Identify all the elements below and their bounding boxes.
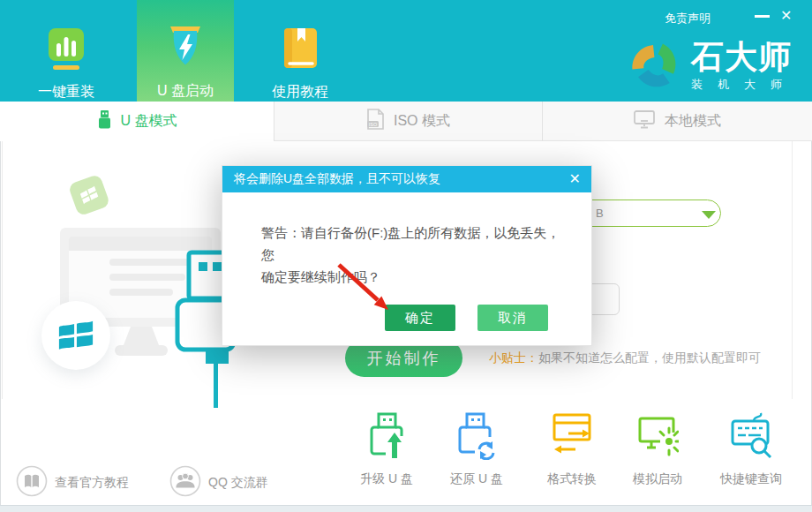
tool-label: 还原 U 盘: [432, 471, 521, 487]
windows-tile-decoration: [68, 174, 111, 217]
monitor-base: [115, 345, 168, 356]
dialog-message-line2: 确定要继续制作吗？: [261, 266, 570, 288]
tab-label: ISO 模式: [394, 112, 450, 131]
brand-name: 石大师: [691, 40, 797, 75]
dialog-message-line1: 警告：请自行备份(F:)盘上的所有数据，以免丢失，您: [261, 222, 570, 266]
nav-item-usb-boot[interactable]: U 盘启动: [137, 0, 234, 102]
book-icon: [280, 27, 320, 75]
nav-item-label: U 盘启动: [157, 82, 214, 101]
nav-item-tutorial[interactable]: 使用教程: [252, 0, 349, 102]
tool-label: 升级 U 盘: [342, 471, 431, 487]
bar-chart-icon: [46, 27, 86, 75]
tool-upgrade-usb[interactable]: 升级 U 盘: [342, 412, 431, 487]
dialog-title: 将会删除U盘全部数据，且不可以恢复: [234, 171, 440, 187]
mode-tabbar: U 盘模式 ISO ISO 模式 本地模式: [0, 102, 812, 141]
shield-bolt-icon: [165, 25, 206, 74]
confirm-button[interactable]: 确定: [385, 305, 455, 331]
tip-line: 小贴士：如果不知道怎么配置，使用默认配置即可: [489, 350, 761, 366]
user-group-icon: [169, 465, 201, 501]
dialog-titlebar: 将会删除U盘全部数据，且不可以恢复 ✕: [222, 166, 591, 192]
panel-right-border: [792, 141, 793, 399]
nav-item-one-key-reinstall[interactable]: 一键重装: [18, 0, 115, 102]
tip-label: 小贴士：: [489, 350, 538, 365]
tool-restore-usb[interactable]: 还原 U 盘: [432, 412, 521, 487]
tool-hotkey-search[interactable]: 快捷键查询: [707, 412, 795, 487]
tab-local-mode[interactable]: 本地模式: [543, 102, 812, 141]
tool-label: 快捷键查询: [707, 471, 795, 487]
tab-iso-mode[interactable]: ISO ISO 模式: [274, 102, 543, 141]
svg-text:ISO: ISO: [369, 122, 377, 127]
tab-usb-mode[interactable]: U 盘模式: [0, 102, 274, 141]
official-tutorial-link[interactable]: 查看官方教程: [16, 465, 129, 501]
nav-item-label: 使用教程: [272, 83, 328, 102]
disclaimer-link[interactable]: 免责声明: [665, 11, 710, 26]
tool-label: 模拟启动: [613, 471, 702, 487]
footer-link-label: QQ 交流群: [208, 475, 268, 491]
dialog-message: 警告：请自行备份(F:)盘上的所有数据，以免丢失，您 确定要继续制作吗？: [261, 222, 570, 288]
dialog-close-icon[interactable]: ✕: [569, 166, 581, 192]
usb-device-select-value: B: [596, 207, 604, 220]
tool-label: 格式转换: [528, 471, 616, 487]
brand-logo: 石大师 装机大师: [628, 40, 797, 94]
iso-file-icon: ISO: [366, 109, 385, 133]
app-header: 一键重装 U 盘启动 使用教程 免责声明 ✕: [0, 0, 812, 102]
simulate-boot-icon: [636, 448, 679, 463]
monitor-stand: [124, 327, 159, 345]
nav-item-label: 一键重装: [38, 83, 94, 102]
window-bottom-strip: [0, 505, 812, 512]
close-button[interactable]: ✕: [780, 7, 792, 24]
usb-restore-icon: [455, 448, 498, 463]
tab-label: 本地模式: [665, 112, 721, 131]
footer-link-label: 查看官方教程: [55, 475, 129, 491]
cancel-button[interactable]: 取消: [477, 305, 548, 331]
open-book-icon: [16, 465, 48, 501]
brand-subtitle: 装机大师: [691, 77, 797, 93]
tip-text: 如果不知道怎么配置，使用默认配置即可: [538, 350, 761, 365]
windows-logo-badge: [41, 301, 110, 370]
window-left-edge: [0, 102, 1, 506]
chevron-down-icon: [702, 211, 716, 219]
pinwheel-logo-icon: [628, 40, 684, 94]
tool-simulate-boot[interactable]: 模拟启动: [613, 412, 702, 487]
warning-dialog: 将会删除U盘全部数据，且不可以恢复 ✕ 警告：请自行备份(F:)盘上的所有数据，…: [222, 165, 592, 346]
tab-label: U 盘模式: [121, 112, 177, 131]
hotkey-search-icon: [730, 448, 772, 463]
format-convert-icon: [551, 448, 593, 463]
usb-drive-icon: [97, 110, 112, 132]
usb-upgrade-icon: [365, 448, 408, 463]
qq-group-link[interactable]: QQ 交流群: [169, 465, 268, 501]
minimize-button[interactable]: [755, 15, 770, 18]
monitor-icon: [634, 110, 656, 132]
panel-left-border: [2, 141, 3, 399]
tool-format-convert[interactable]: 格式转换: [528, 412, 616, 487]
